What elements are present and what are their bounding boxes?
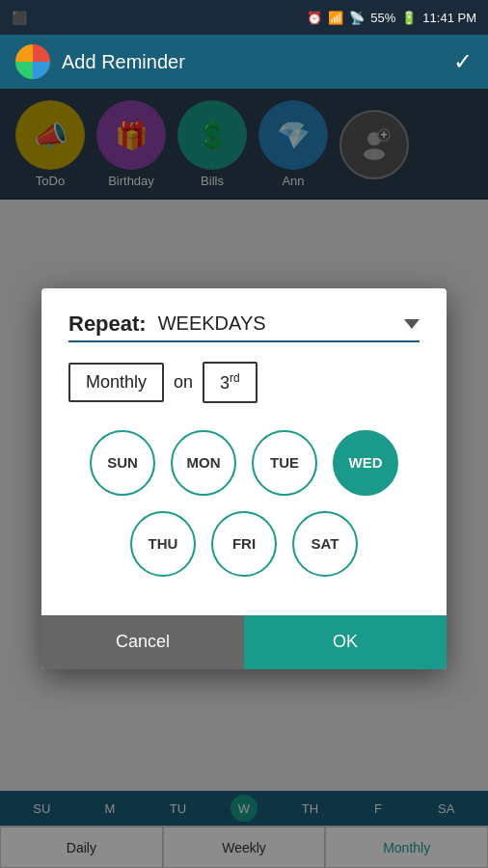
repeat-row: Repeat: WEEKDAYS bbox=[68, 312, 420, 337]
app-title: Add Reminder bbox=[62, 51, 442, 73]
dropdown-arrow-icon[interactable] bbox=[404, 319, 420, 329]
bg-content: 📣 ToDo 🎁 Birthday 💲 Bills 💎 Ann + bbox=[0, 89, 488, 868]
signal-icon: 📡 bbox=[349, 11, 365, 25]
battery-icon: 🔋 bbox=[401, 11, 417, 25]
days-row-2: THU FRI SAT bbox=[130, 511, 358, 577]
app-logo bbox=[15, 44, 50, 79]
days-row-1: SUN MON TUE WED bbox=[90, 430, 398, 496]
day-sat[interactable]: SAT bbox=[292, 511, 358, 577]
dialog-overlay: Repeat: WEEKDAYS Monthly on 3rd SUN bbox=[0, 89, 488, 868]
on-text: on bbox=[174, 372, 193, 393]
monthly-selector[interactable]: Monthly bbox=[68, 363, 164, 402]
sim-icon: ⬛ bbox=[12, 11, 27, 25]
ordinal-suffix: rd bbox=[230, 371, 240, 385]
repeat-divider bbox=[68, 340, 420, 342]
ordinal-selector[interactable]: 3rd bbox=[203, 362, 258, 403]
day-fri[interactable]: FRI bbox=[211, 511, 277, 577]
day-thu[interactable]: THU bbox=[130, 511, 196, 577]
repeat-dialog: Repeat: WEEKDAYS Monthly on 3rd SUN bbox=[41, 288, 447, 669]
wifi-icon: 📶 bbox=[328, 11, 343, 25]
day-tue[interactable]: TUE bbox=[252, 430, 317, 496]
battery-percent: 55% bbox=[370, 11, 395, 25]
app-bar: Add Reminder ✓ bbox=[0, 35, 488, 89]
confirm-button[interactable]: ✓ bbox=[453, 48, 473, 75]
ordinal-number: 3 bbox=[220, 373, 230, 393]
repeat-label: Repeat: bbox=[68, 312, 147, 337]
days-grid: SUN MON TUE WED THU FRI SAT bbox=[68, 430, 420, 577]
day-wed[interactable]: WED bbox=[333, 430, 398, 496]
ok-button[interactable]: OK bbox=[244, 615, 447, 669]
repeat-value: WEEKDAYS bbox=[158, 312, 389, 335]
status-right: ⏰ 📶 📡 55% 🔋 11:41 PM bbox=[307, 11, 476, 25]
status-left: ⬛ bbox=[12, 11, 27, 25]
day-sun[interactable]: SUN bbox=[90, 430, 155, 496]
clock: 11:41 PM bbox=[422, 11, 476, 25]
dialog-content: Repeat: WEEKDAYS Monthly on 3rd SUN bbox=[41, 288, 447, 615]
day-mon[interactable]: MON bbox=[171, 430, 236, 496]
monthly-on-row: Monthly on 3rd bbox=[68, 362, 420, 403]
alarm-icon: ⏰ bbox=[307, 11, 322, 25]
cancel-button[interactable]: Cancel bbox=[41, 615, 244, 669]
dialog-buttons: Cancel OK bbox=[41, 615, 447, 669]
status-bar: ⬛ ⏰ 📶 📡 55% 🔋 11:41 PM bbox=[0, 0, 488, 35]
